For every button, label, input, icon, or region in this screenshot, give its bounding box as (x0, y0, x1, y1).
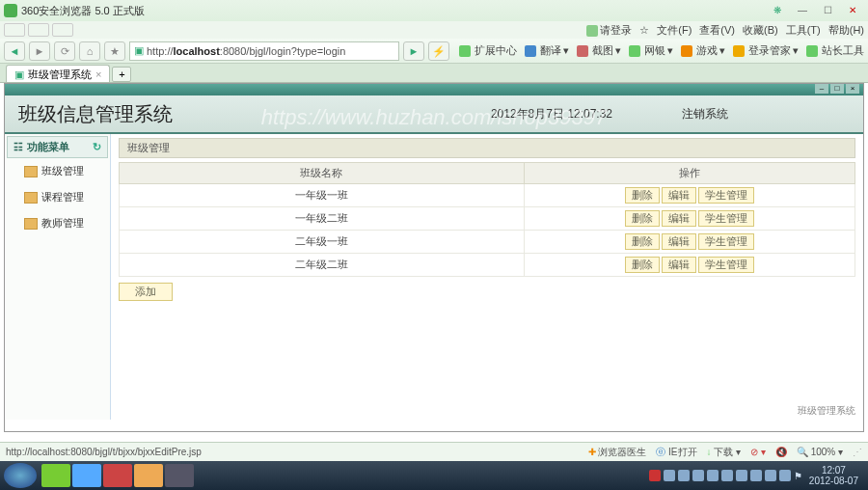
app-titlebar: – □ × (5, 84, 863, 95)
refresh-icon[interactable]: ↻ (93, 141, 101, 153)
task-app1[interactable] (103, 464, 132, 487)
bottom-crumb: 班级管理系统 (798, 404, 855, 418)
breadcrumb: 班级管理 (119, 138, 855, 158)
logout-link[interactable]: 注销系统 (682, 106, 728, 122)
delete-button[interactable]: 删除 (625, 210, 660, 227)
status-bar: http://localhost:8080/bjgl/t/bjxx/bjxxEd… (0, 442, 868, 461)
tray-icon[interactable] (765, 470, 776, 481)
menu-tools[interactable]: 工具(T) (786, 23, 821, 38)
status-url: http://localhost:8080/bjgl/t/bjxx/bjxxEd… (6, 447, 202, 457)
status-doctor[interactable]: ✚ 浏览器医生 (588, 446, 647, 459)
home-button[interactable]: ⌂ (79, 41, 100, 61)
menu-view[interactable]: 查看(V) (699, 23, 735, 38)
go-button[interactable]: ► (403, 41, 424, 61)
status-ie[interactable]: ⓔ IE打开 (656, 446, 696, 459)
table-row: 一年级一班 删除编辑学生管理 (120, 184, 855, 207)
status-mute[interactable]: 🔇 (775, 447, 787, 457)
netbank[interactable]: 网银 ▾ (629, 43, 673, 58)
edit-button[interactable]: 编辑 (662, 233, 696, 250)
edit-button[interactable]: 编辑 (662, 187, 696, 204)
status-download[interactable]: ↓ 下载 ▾ (707, 446, 742, 459)
browser-toolbar: ◄ ► ⟳ ⌂ ★ ▣ http://localhost:8080/bjgl/l… (0, 39, 868, 64)
start-button[interactable] (4, 463, 37, 488)
delete-button[interactable]: 删除 (625, 187, 660, 204)
tray-icon[interactable] (721, 470, 733, 481)
tab-strip: ▣ 班级管理系统 × + (0, 64, 868, 83)
menu-help[interactable]: 帮助(H) (828, 23, 864, 38)
toggle-2[interactable] (28, 23, 49, 37)
status-zoom[interactable]: 🔍 100% ▾ (797, 447, 843, 457)
ext-center[interactable]: 扩展中心 (459, 43, 517, 58)
url-bar[interactable]: ▣ http://localhost:8080/bjgl/login?type=… (129, 41, 399, 61)
maximize-button[interactable]: ☐ (816, 3, 839, 18)
sidebar: ☷ 功能菜单 ↻ 班级管理 课程管理 教师管理 (5, 134, 111, 420)
app-title: 班级信息管理系统 (18, 101, 173, 127)
tray-icon[interactable] (664, 470, 675, 481)
delete-button[interactable]: 删除 (625, 233, 660, 250)
task-ie[interactable] (41, 464, 70, 487)
student-mgmt-button[interactable]: 学生管理 (698, 210, 754, 227)
sidebar-item-teacher[interactable]: 教师管理 (7, 210, 108, 236)
cell-name: 一年级一班 (120, 184, 525, 207)
edit-button[interactable]: 编辑 (662, 257, 696, 273)
login-mgr[interactable]: 登录管家 ▾ (733, 43, 799, 58)
task-app2[interactable] (134, 464, 163, 487)
student-mgmt-button[interactable]: 学生管理 (698, 187, 754, 204)
speed-button[interactable]: ⚡ (428, 41, 449, 61)
site-tool[interactable]: 站长工具 (806, 43, 864, 58)
close-button[interactable]: ✕ (841, 3, 864, 18)
app-datetime: 2012年8月7日 12:07:32 (491, 106, 612, 122)
sidebar-item-class[interactable]: 班级管理 (7, 158, 108, 184)
tab-label: 班级管理系统 (28, 66, 92, 83)
add-button[interactable]: 添加 (119, 283, 173, 301)
game[interactable]: 游戏 ▾ (681, 43, 725, 58)
tray-icon[interactable] (678, 470, 690, 481)
student-mgmt-button[interactable]: 学生管理 (698, 257, 754, 273)
app-min[interactable]: – (815, 84, 828, 94)
back-button[interactable]: ◄ (4, 41, 25, 61)
settings-icon[interactable]: ❋ (766, 3, 789, 18)
folder-icon (24, 192, 38, 204)
tray-icon[interactable] (707, 470, 719, 481)
tab-active[interactable]: ▣ 班级管理系统 × (6, 65, 110, 82)
task-explorer[interactable] (72, 464, 101, 487)
tray-flag-icon[interactable]: ⚑ (794, 471, 802, 481)
tray-icon[interactable] (750, 470, 762, 481)
browser-titlebar: 360安全浏览器 5.0 正式版 ❋ — ☐ ✕ (0, 0, 868, 21)
minimize-button[interactable]: — (791, 3, 814, 18)
taskbar: ⚑ 12:07 2012-08-07 (0, 461, 868, 490)
forward-button[interactable]: ► (29, 41, 50, 61)
student-mgmt-button[interactable]: 学生管理 (698, 233, 754, 250)
screenshot[interactable]: 截图 ▾ (577, 43, 621, 58)
tab-close-icon[interactable]: × (95, 66, 101, 83)
tray-icon[interactable] (736, 470, 747, 481)
tray-icon[interactable] (692, 470, 704, 481)
delete-button[interactable]: 删除 (625, 257, 660, 273)
cell-name: 一年级二班 (120, 207, 525, 231)
table-header-row: 班级名称 操作 (120, 163, 855, 184)
app-close[interactable]: × (846, 84, 859, 94)
col-ops: 操作 (524, 163, 854, 184)
tray-icon[interactable] (779, 470, 791, 481)
edit-button[interactable]: 编辑 (662, 210, 696, 227)
menu-file[interactable]: 文件(F) (657, 23, 692, 38)
app-max[interactable]: □ (830, 84, 844, 94)
login-link[interactable]: 请登录 (586, 23, 632, 38)
toggle-3[interactable] (52, 23, 73, 37)
folder-icon (24, 166, 38, 177)
reload-button[interactable]: ⟳ (54, 41, 75, 61)
fav-button[interactable]: ★ (104, 41, 125, 61)
status-block[interactable]: ⊘ ▾ (750, 447, 766, 457)
menu-fav[interactable]: 收藏(B) (743, 23, 778, 38)
system-tray: ⚑ 12:07 2012-08-07 (649, 465, 864, 486)
clock[interactable]: 12:07 2012-08-07 (809, 465, 858, 486)
translate[interactable]: 翻译 ▾ (525, 43, 569, 58)
tray-icon[interactable] (649, 470, 661, 481)
sidebar-item-course[interactable]: 课程管理 (7, 184, 108, 210)
toggle-1[interactable] (4, 23, 25, 37)
status-resize[interactable]: ⋰ (853, 447, 862, 457)
sidebar-header: ☷ 功能菜单 ↻ (7, 136, 108, 158)
col-name: 班级名称 (120, 163, 525, 184)
new-tab-button[interactable]: + (112, 67, 131, 82)
task-app3[interactable] (165, 464, 194, 487)
